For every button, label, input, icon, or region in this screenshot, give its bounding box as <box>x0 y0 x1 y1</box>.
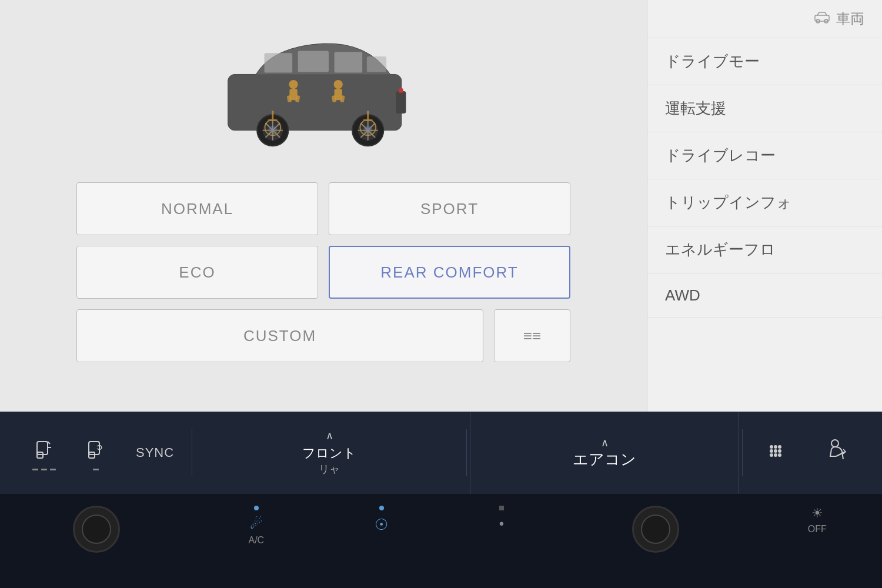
seat-cool-button[interactable] <box>71 412 121 494</box>
rear-label: リャ <box>319 462 340 476</box>
fan-off-label: OFF <box>808 524 827 534</box>
bottom-button-row: CUSTOM ≡≡ <box>76 309 570 362</box>
svg-point-51 <box>770 453 773 457</box>
sidebar-item-energy-flow[interactable]: エネルギーフロ <box>647 226 882 273</box>
svg-rect-8 <box>396 91 406 113</box>
bottom-bar: SYNC ∧ フロント リャ ∧ エアコン <box>0 412 882 494</box>
custom-button[interactable]: CUSTOM <box>76 309 483 362</box>
settings-icon: ≡≡ <box>523 327 541 345</box>
sidebar: 車両 ドライブモー 運転支援 ドライブレコー トリップインフォ エネルギーフロ … <box>647 0 882 441</box>
car-icon <box>814 11 830 27</box>
seat-heat-button[interactable] <box>18 412 71 494</box>
divider-2 <box>466 429 467 476</box>
normal-button[interactable]: NORMAL <box>76 182 318 235</box>
fan-icon: ☉ <box>375 516 388 534</box>
rotary-knob[interactable] <box>73 506 120 553</box>
car-display <box>0 0 647 182</box>
svg-point-28 <box>334 80 343 89</box>
eco-button[interactable]: ECO <box>76 246 318 299</box>
svg-point-45 <box>770 445 773 449</box>
dots-icon <box>766 442 785 465</box>
temp-item[interactable]: • <box>499 506 504 532</box>
sync-label: SYNC <box>136 445 174 460</box>
ac-label: A/C <box>248 535 264 546</box>
ac-item[interactable]: ☄ A/C <box>248 506 264 546</box>
divider-3 <box>742 429 743 476</box>
sidebar-item-drive-recorder[interactable]: ドライブレコー <box>647 132 882 179</box>
rear-comfort-button[interactable]: REAR COMFORT <box>329 246 570 299</box>
main-content: NORMAL SPORT ECO REAR COMFORT CUSTOM ≡≡ <box>0 0 647 441</box>
very-bottom-bar: ☄ A/C ☉ • ☀ OFF <box>0 494 882 588</box>
sidebar-item-awd[interactable]: AWD <box>647 273 882 318</box>
fan-dot <box>379 506 384 510</box>
sidebar-item-drive-mode[interactable]: ドライブモー <box>647 38 882 85</box>
sidebar-header-label: 車両 <box>836 9 864 28</box>
fan-item[interactable]: ☉ <box>375 506 388 534</box>
svg-rect-4 <box>265 53 293 72</box>
recline-button[interactable] <box>806 439 864 467</box>
fan-off-icon: ☀ <box>811 506 823 521</box>
rotary-knob-2[interactable] <box>632 506 679 553</box>
svg-rect-5 <box>298 51 329 72</box>
sync-button[interactable]: SYNC <box>121 412 189 494</box>
recline-icon <box>823 439 847 467</box>
front-label: フロント <box>302 445 356 462</box>
svg-point-48 <box>770 449 773 453</box>
aircon-button[interactable]: ∧ エアコン <box>470 412 739 494</box>
sidebar-header: 車両 <box>647 0 882 38</box>
car-svg-container <box>200 26 447 168</box>
ac-dot <box>254 506 259 510</box>
svg-point-52 <box>774 453 777 457</box>
front-rear-button[interactable]: ∧ フロント リャ <box>195 429 463 476</box>
svg-rect-0 <box>815 15 829 21</box>
fan-off-item[interactable]: ☀ OFF <box>808 506 827 534</box>
sidebar-item-driving-support[interactable]: 運転支援 <box>647 85 882 132</box>
dots-menu-button[interactable] <box>746 442 806 465</box>
aircon-arrow-icon: ∧ <box>601 436 609 449</box>
svg-rect-9 <box>399 88 403 93</box>
temp-icon: • <box>499 516 504 532</box>
svg-point-49 <box>774 449 777 453</box>
svg-rect-7 <box>367 56 386 72</box>
svg-line-55 <box>836 452 846 456</box>
seat-cool-icon <box>85 436 106 464</box>
svg-point-50 <box>778 449 781 453</box>
sidebar-item-trip-info[interactable]: トリップインフォ <box>647 179 882 226</box>
svg-rect-6 <box>335 52 363 72</box>
svg-point-53 <box>778 453 781 457</box>
svg-point-46 <box>774 445 777 449</box>
svg-point-24 <box>289 80 298 89</box>
svg-point-54 <box>831 440 838 447</box>
temp-dot <box>499 506 504 510</box>
sport-button[interactable]: SPORT <box>329 182 570 235</box>
drive-mode-grid: NORMAL SPORT ECO REAR COMFORT CUSTOM ≡≡ <box>65 182 582 362</box>
ac-icon: ☄ <box>250 516 263 532</box>
seat-heat-icon <box>34 436 55 464</box>
svg-point-47 <box>778 445 781 449</box>
front-arrow-icon: ∧ <box>326 429 333 442</box>
settings-button[interactable]: ≡≡ <box>494 309 570 362</box>
aircon-label: エアコン <box>573 449 636 470</box>
divider-1 <box>192 429 192 476</box>
